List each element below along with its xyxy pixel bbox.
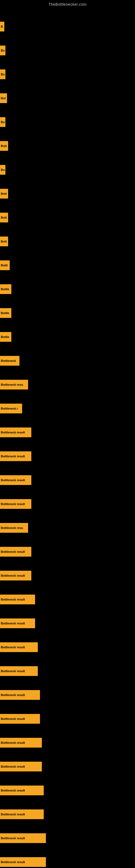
bar-row: Bott — [0, 230, 135, 252]
bar-label: Bottle — [1, 287, 9, 291]
bar-label: Bottleneck resu — [1, 526, 23, 529]
bar-label: Bottleneck result — [1, 741, 25, 744]
bar: Bottleneck result — [0, 857, 46, 867]
bar-row: Bottleneck result — [0, 732, 135, 753]
bar-row: Bottleneck result — [0, 422, 135, 443]
bar-row: Bott — [0, 207, 135, 228]
bar-row: Bottleneck resu — [0, 374, 135, 396]
bar-row: Bottleneck result — [0, 660, 135, 682]
bar-row: Bottleneck result — [0, 803, 135, 825]
bar-label: Bott — [1, 216, 7, 219]
bar-label: Bottleneck resu — [1, 383, 23, 386]
bar: Bot — [0, 93, 7, 103]
bar: Bottleneck result — [0, 595, 35, 604]
bar-label: Bottle — [1, 335, 9, 339]
bar-label: Bottleneck result — [1, 455, 25, 458]
bar-label: Bottleneck result — [1, 860, 25, 864]
bar-row: Bo — [0, 63, 135, 85]
bar-row: Bottleneck result — [0, 756, 135, 777]
bar-row: Bottleneck result — [0, 637, 135, 658]
bar-label: Bottleneck result — [1, 598, 25, 601]
bar-row: Bottleneck result — [0, 565, 135, 586]
bar-row: Bo — [0, 111, 135, 133]
bar: Bottleneck resu — [0, 380, 28, 390]
bar: Bott — [0, 237, 8, 246]
bar-row: Bottleneck result — [0, 589, 135, 610]
bar: Bo — [0, 165, 5, 175]
bar-label: Bottleneck result — [1, 813, 25, 816]
bar: Bottleneck result — [0, 475, 31, 485]
bar: Bottleneck result — [0, 738, 42, 748]
bar-label: Bottleneck result — [1, 622, 25, 625]
bar: Bottleneck result — [0, 666, 38, 676]
bar: Bottleneck result — [0, 833, 46, 843]
bar: Bottleneck result — [0, 428, 31, 437]
bar: Bottleneck — [0, 356, 19, 366]
bar-row: Bot — [0, 87, 135, 109]
bar: Bottleneck result — [0, 452, 31, 461]
bar-label: B — [1, 25, 3, 28]
bar-label: Bottleneck result — [1, 765, 25, 768]
bar-label: Bottleneck result — [1, 502, 25, 506]
bar-label: Bo — [1, 120, 5, 124]
bar: Bottleneck result — [0, 642, 38, 652]
bar: Bottleneck result — [0, 785, 44, 795]
bar: B — [0, 22, 4, 31]
bar-label: Bottle — [1, 311, 9, 315]
site-title: TheBottlenecker.com — [0, 0, 135, 8]
bar-label: Bottleneck result — [1, 837, 25, 840]
bar-label: Bottleneck result — [1, 646, 25, 649]
bar-row: Bottleneck result — [0, 541, 135, 563]
bar: Bo — [0, 45, 5, 55]
bar-label: Bott — [1, 240, 7, 243]
bar-label: Bottleneck result — [1, 693, 25, 696]
bar-label: Bottleneck result — [1, 431, 25, 434]
bar-row: Bottleneck result — [0, 613, 135, 634]
bar: Bottleneck result — [0, 690, 40, 700]
bar-row: Bott — [0, 183, 135, 205]
bar-row: Bottle — [0, 302, 135, 324]
bar-label: Bottleneck result — [1, 574, 25, 577]
bar: Bottleneck result — [0, 762, 42, 771]
bar-row: Bottleneck result — [0, 493, 135, 515]
bar: Bottle — [0, 284, 11, 294]
bar-row: Bo — [0, 40, 135, 61]
bar-label: Bo — [1, 73, 5, 76]
bar: Bo — [0, 69, 5, 79]
bar-label: Bottleneck result — [1, 789, 25, 792]
bar-label: Bo — [1, 168, 5, 172]
bar-row: Bott — [0, 135, 135, 157]
bar-row: Bottleneck result — [0, 851, 135, 868]
bar: Bott — [0, 213, 8, 222]
bar: Bottleneck result — [0, 809, 44, 819]
bar: Bottleneck resu — [0, 523, 28, 533]
bar-row: Bottle — [0, 278, 135, 300]
bar-label: Bottleneck — [1, 359, 16, 362]
bar: Bottleneck result — [0, 547, 31, 557]
bar: Bo — [0, 117, 5, 127]
bar-row: Bo — [0, 159, 135, 181]
bar-row: Bottleneck resu — [0, 517, 135, 539]
bar-row: Bottleneck result — [0, 469, 135, 491]
bar-label: Bottleneck result — [1, 670, 25, 673]
bar-row: Bottleneck r — [0, 398, 135, 420]
bar-row: Bottleneck result — [0, 708, 135, 730]
bar: Bott — [0, 189, 8, 198]
bar-label: Bott — [1, 192, 7, 195]
bar-label: Bottl — [1, 264, 8, 267]
bar: Bottl — [0, 260, 10, 270]
bar: Bottle — [0, 332, 11, 342]
bar: Bottle — [0, 308, 11, 318]
bar-label: Bottleneck result — [1, 717, 25, 720]
bar-row: Bottl — [0, 254, 135, 276]
bar-label: Bo — [1, 49, 5, 52]
bar-label: Bottleneck result — [1, 550, 25, 553]
bar: Bottleneck r — [0, 404, 22, 413]
bar: Bottleneck result — [0, 571, 31, 581]
bar-row: Bottleneck result — [0, 445, 135, 467]
bar-label: Bottleneck result — [1, 478, 25, 482]
bar-row: Bottleneck — [0, 350, 135, 372]
bar: Bottleneck result — [0, 618, 35, 628]
bar: Bottleneck result — [0, 499, 31, 509]
bar: Bott — [0, 141, 8, 151]
